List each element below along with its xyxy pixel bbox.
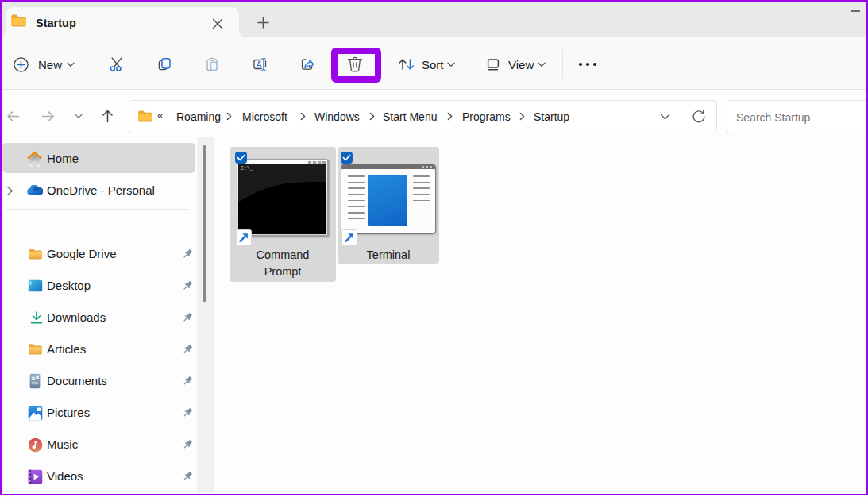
svg-text:A: A [257,60,262,69]
